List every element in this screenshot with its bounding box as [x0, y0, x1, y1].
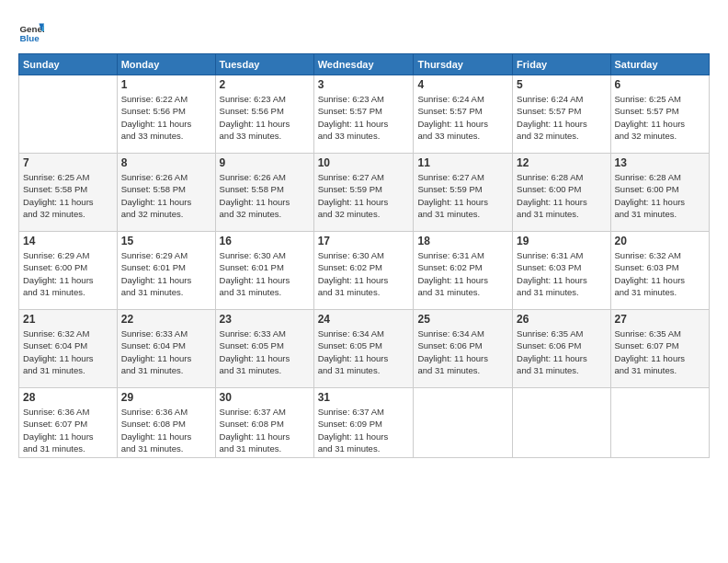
day-number: 7 — [23, 156, 113, 169]
calendar-cell: 14Sunrise: 6:29 AM Sunset: 6:00 PM Dayli… — [19, 232, 118, 310]
calendar-cell: 26Sunrise: 6:35 AM Sunset: 6:06 PM Dayli… — [513, 310, 610, 388]
calendar-cell: 12Sunrise: 6:28 AM Sunset: 6:00 PM Dayli… — [513, 154, 610, 232]
weekday-header-saturday: Saturday — [610, 54, 709, 75]
day-number: 18 — [417, 235, 508, 247]
weekday-header-sunday: Sunday — [19, 54, 118, 75]
day-info: Sunrise: 6:23 AM Sunset: 5:56 PM Dayligh… — [220, 93, 310, 142]
calendar-cell: 10Sunrise: 6:27 AM Sunset: 5:59 PM Dayli… — [313, 154, 414, 232]
day-number: 13 — [615, 156, 705, 169]
weekday-header-row: SundayMondayTuesdayWednesdayThursdayFrid… — [19, 54, 710, 75]
day-info: Sunrise: 6:37 AM Sunset: 6:09 PM Dayligh… — [318, 406, 410, 454]
calendar-cell — [19, 75, 118, 154]
day-info: Sunrise: 6:25 AM Sunset: 5:57 PM Dayligh… — [615, 93, 705, 142]
calendar-cell: 22Sunrise: 6:33 AM Sunset: 6:04 PM Dayli… — [117, 310, 215, 388]
calendar-cell: 15Sunrise: 6:29 AM Sunset: 6:01 PM Dayli… — [117, 232, 215, 310]
calendar-cell: 1Sunrise: 6:22 AM Sunset: 5:56 PM Daylig… — [117, 75, 215, 154]
week-row-2: 14Sunrise: 6:29 AM Sunset: 6:00 PM Dayli… — [19, 232, 710, 310]
day-info: Sunrise: 6:29 AM Sunset: 6:00 PM Dayligh… — [23, 249, 113, 298]
day-info: Sunrise: 6:27 AM Sunset: 5:59 PM Dayligh… — [417, 171, 508, 220]
day-info: Sunrise: 6:23 AM Sunset: 5:57 PM Dayligh… — [318, 93, 410, 142]
calendar-cell: 7Sunrise: 6:25 AM Sunset: 5:58 PM Daylig… — [19, 154, 118, 232]
day-number: 4 — [417, 78, 508, 91]
day-info: Sunrise: 6:22 AM Sunset: 5:56 PM Dayligh… — [121, 93, 211, 142]
svg-text:Blue: Blue — [19, 33, 40, 43]
calendar-cell: 16Sunrise: 6:30 AM Sunset: 6:01 PM Dayli… — [215, 232, 313, 310]
day-info: Sunrise: 6:24 AM Sunset: 5:57 PM Dayligh… — [517, 93, 606, 142]
calendar-cell: 6Sunrise: 6:25 AM Sunset: 5:57 PM Daylig… — [610, 75, 709, 154]
day-number: 16 — [220, 235, 310, 247]
day-number: 1 — [121, 78, 211, 91]
calendar-cell: 23Sunrise: 6:33 AM Sunset: 6:05 PM Dayli… — [215, 310, 313, 388]
day-number: 21 — [23, 313, 113, 326]
day-number: 15 — [121, 235, 211, 247]
day-info: Sunrise: 6:25 AM Sunset: 5:58 PM Dayligh… — [23, 171, 113, 220]
calendar-cell: 20Sunrise: 6:32 AM Sunset: 6:03 PM Dayli… — [610, 232, 709, 310]
calendar-cell: 3Sunrise: 6:23 AM Sunset: 5:57 PM Daylig… — [313, 75, 414, 154]
day-number: 12 — [517, 156, 606, 169]
day-info: Sunrise: 6:30 AM Sunset: 6:01 PM Dayligh… — [220, 249, 310, 298]
weekday-header-thursday: Thursday — [414, 54, 513, 75]
day-info: Sunrise: 6:33 AM Sunset: 6:04 PM Dayligh… — [121, 327, 211, 376]
day-info: Sunrise: 6:29 AM Sunset: 6:01 PM Dayligh… — [121, 249, 211, 298]
day-number: 9 — [220, 156, 310, 169]
day-info: Sunrise: 6:31 AM Sunset: 6:03 PM Dayligh… — [517, 249, 606, 298]
day-info: Sunrise: 6:34 AM Sunset: 6:06 PM Dayligh… — [417, 327, 508, 376]
day-info: Sunrise: 6:26 AM Sunset: 5:58 PM Dayligh… — [121, 171, 211, 220]
day-number: 6 — [615, 78, 705, 91]
calendar-cell: 25Sunrise: 6:34 AM Sunset: 6:06 PM Dayli… — [414, 310, 513, 388]
day-number: 17 — [318, 235, 410, 247]
calendar-cell: 24Sunrise: 6:34 AM Sunset: 6:05 PM Dayli… — [313, 310, 414, 388]
day-number: 2 — [220, 78, 310, 91]
calendar-cell: 28Sunrise: 6:36 AM Sunset: 6:07 PM Dayli… — [19, 388, 118, 458]
calendar-cell: 27Sunrise: 6:35 AM Sunset: 6:07 PM Dayli… — [610, 310, 709, 388]
day-info: Sunrise: 6:26 AM Sunset: 5:58 PM Dayligh… — [220, 171, 310, 220]
day-number: 24 — [318, 313, 410, 326]
calendar-cell: 30Sunrise: 6:37 AM Sunset: 6:08 PM Dayli… — [215, 388, 313, 458]
day-number: 28 — [23, 391, 113, 404]
week-row-4: 28Sunrise: 6:36 AM Sunset: 6:07 PM Dayli… — [19, 388, 710, 458]
day-info: Sunrise: 6:32 AM Sunset: 6:04 PM Dayligh… — [23, 327, 113, 376]
day-number: 26 — [517, 313, 606, 326]
calendar-cell: 19Sunrise: 6:31 AM Sunset: 6:03 PM Dayli… — [513, 232, 610, 310]
day-number: 3 — [318, 78, 410, 91]
calendar-cell — [610, 388, 709, 458]
logo: General Blue — [18, 18, 48, 44]
day-number: 29 — [121, 391, 211, 404]
calendar-cell: 21Sunrise: 6:32 AM Sunset: 6:04 PM Dayli… — [19, 310, 118, 388]
week-row-3: 21Sunrise: 6:32 AM Sunset: 6:04 PM Dayli… — [19, 310, 710, 388]
day-info: Sunrise: 6:37 AM Sunset: 6:08 PM Dayligh… — [220, 406, 310, 454]
day-number: 10 — [318, 156, 410, 169]
day-number: 31 — [318, 391, 410, 404]
calendar-cell: 29Sunrise: 6:36 AM Sunset: 6:08 PM Dayli… — [117, 388, 215, 458]
day-info: Sunrise: 6:36 AM Sunset: 6:07 PM Dayligh… — [23, 406, 113, 454]
day-info: Sunrise: 6:27 AM Sunset: 5:59 PM Dayligh… — [318, 171, 410, 220]
calendar-cell — [414, 388, 513, 458]
calendar-cell: 9Sunrise: 6:26 AM Sunset: 5:58 PM Daylig… — [215, 154, 313, 232]
header: General Blue — [18, 18, 710, 44]
day-info: Sunrise: 6:36 AM Sunset: 6:08 PM Dayligh… — [121, 406, 211, 454]
day-number: 11 — [417, 156, 508, 169]
day-number: 5 — [517, 78, 606, 91]
weekday-header-friday: Friday — [513, 54, 610, 75]
calendar-cell: 18Sunrise: 6:31 AM Sunset: 6:02 PM Dayli… — [414, 232, 513, 310]
calendar-cell: 4Sunrise: 6:24 AM Sunset: 5:57 PM Daylig… — [414, 75, 513, 154]
week-row-0: 1Sunrise: 6:22 AM Sunset: 5:56 PM Daylig… — [19, 75, 710, 154]
day-number: 20 — [615, 235, 705, 247]
calendar: SundayMondayTuesdayWednesdayThursdayFrid… — [18, 53, 710, 458]
calendar-cell: 8Sunrise: 6:26 AM Sunset: 5:58 PM Daylig… — [117, 154, 215, 232]
day-number: 27 — [615, 313, 705, 326]
weekday-header-wednesday: Wednesday — [313, 54, 414, 75]
day-info: Sunrise: 6:35 AM Sunset: 6:07 PM Dayligh… — [615, 327, 705, 376]
day-info: Sunrise: 6:33 AM Sunset: 6:05 PM Dayligh… — [220, 327, 310, 376]
day-info: Sunrise: 6:34 AM Sunset: 6:05 PM Dayligh… — [318, 327, 410, 376]
day-number: 8 — [121, 156, 211, 169]
calendar-cell — [513, 388, 610, 458]
logo-icon: General Blue — [18, 18, 44, 44]
day-info: Sunrise: 6:31 AM Sunset: 6:02 PM Dayligh… — [417, 249, 508, 298]
page: General Blue SundayMondayTuesdayWednesda… — [0, 0, 728, 563]
calendar-cell: 17Sunrise: 6:30 AM Sunset: 6:02 PM Dayli… — [313, 232, 414, 310]
day-number: 23 — [220, 313, 310, 326]
day-info: Sunrise: 6:28 AM Sunset: 6:00 PM Dayligh… — [517, 171, 606, 220]
day-number: 30 — [220, 391, 310, 404]
week-row-1: 7Sunrise: 6:25 AM Sunset: 5:58 PM Daylig… — [19, 154, 710, 232]
